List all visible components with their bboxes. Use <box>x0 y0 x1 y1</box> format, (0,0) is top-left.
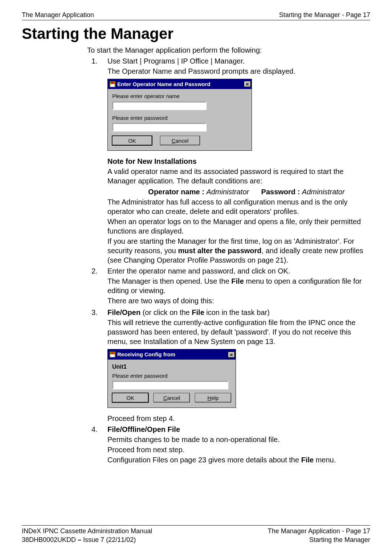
step-2-file-bold: File <box>231 277 244 285</box>
dialog2-help-label: Help <box>208 394 219 402</box>
svg-rect-4 <box>110 354 115 357</box>
step-4: 4. File/Offline/Open File Permits change… <box>91 425 370 465</box>
step-2-line3: There are two ways of doing this: <box>107 296 370 305</box>
enter-operator-dialog: Enter Operator Name and Password × Pleas… <box>107 79 252 151</box>
step-4-bold: File/Offline/Open File <box>107 425 370 434</box>
cancel-button[interactable]: Cancel <box>160 136 200 145</box>
step-1-num: 1. <box>91 56 107 66</box>
step-3-body: File/Open (or click on the File icon in … <box>107 308 370 347</box>
step4-line3a: Configuration Files on page 23 gives mor… <box>107 456 301 464</box>
step-2-line2: The Manager is then opened. Use the File… <box>107 276 370 295</box>
unit-label: Unit1 <box>112 363 231 371</box>
operator-name-input[interactable] <box>112 101 207 110</box>
step-3-p1: This will retrieve the currently-active … <box>107 318 370 346</box>
note-heading: Note for New Installations <box>107 157 367 166</box>
ok-button-label: OK <box>128 137 136 145</box>
step3-mid1: (or click on the <box>140 308 192 316</box>
intro-text: To start the Manager application perform… <box>87 45 367 55</box>
dialog2-cancel-label: Cancel <box>163 394 180 402</box>
step-1: 1. Use Start | Programs | IP Office | Ma… <box>91 56 370 77</box>
dialog1-opname-label: Please enter operator name <box>112 93 247 100</box>
step-4-line1: Permits changes to be made to a non-oper… <box>107 435 370 444</box>
note-p2: The Administrator has full access to all… <box>107 197 367 216</box>
note-p3: When an operator logs on to the Manager … <box>107 217 367 236</box>
receiving-config-dialog: Receiving Config from × Unit1 Please ent… <box>107 349 236 408</box>
dialog1-titlebar: Enter Operator Name and Password × <box>108 79 252 89</box>
step-4-body: File/Offline/Open File Permits changes t… <box>107 425 370 465</box>
step-2: 2. Enter the operator name and password,… <box>91 266 370 306</box>
note-p4: If you are starting the Manager for the … <box>107 236 367 265</box>
dialog2-pw-label: Please enter password <box>112 372 231 380</box>
dialog2-title: Receiving Config from <box>117 351 175 358</box>
dialog2-password-input[interactable] <box>112 381 228 389</box>
close-icon-2: × <box>230 352 233 357</box>
footer-l1: INDeX IPNC Cassette Administration Manua… <box>22 527 152 535</box>
step-4-line2: Proceed from next step. <box>107 445 370 454</box>
dialog1-pw-label: Please enter password <box>112 114 247 122</box>
dialog1-close-button[interactable]: × <box>244 81 251 87</box>
step4-line3-bold: File <box>301 456 314 464</box>
dialog1-body: Please enter operator name Please enter … <box>108 89 252 150</box>
footer-dash: – <box>78 536 81 543</box>
dialog2-cancel-button[interactable]: Cancel <box>154 393 190 402</box>
step-2-body: Enter the operator name and password, an… <box>107 266 370 306</box>
note-p1: A valid operator name and its associated… <box>107 167 367 186</box>
step3-bold2: File <box>192 308 204 316</box>
note-section: Note for New Installations A valid opera… <box>107 157 367 265</box>
footer-r2: Starting the Manager <box>309 536 370 544</box>
dialog2-button-row: OK Cancel Help <box>112 393 231 402</box>
step4-line3b: menu. <box>314 456 336 464</box>
dialog1-button-row: OK Cancel <box>112 136 247 145</box>
step-4-line3: Configuration Files on page 23 gives mor… <box>107 455 370 465</box>
step-3-head: File/Open (or click on the File icon in … <box>107 308 370 317</box>
footer-r1: The Manager Application - Page 17 <box>268 527 370 535</box>
step-4-num: 4. <box>91 425 107 434</box>
footer-rule <box>22 525 370 526</box>
dialog2-close-button[interactable]: × <box>228 352 235 358</box>
note-p4-bold: must alter the password <box>178 247 262 255</box>
header-left: The Manager Application <box>22 11 94 19</box>
page-title: Starting the Manager <box>22 24 370 44</box>
step-2-num: 2. <box>91 266 107 276</box>
header-right: Starting the Manager - Page 17 <box>279 11 370 19</box>
step-2-line1: Enter the operator name and password, an… <box>107 266 370 276</box>
dialog2-body: Unit1 Please enter password OK Cancel He… <box>108 360 236 408</box>
password-input[interactable] <box>112 123 207 131</box>
step-1-body: Use Start | Programs | IP Office | Manag… <box>107 56 370 77</box>
footer-l2: 38DHB0002UKDD – Issue 7 (22/11/02) <box>22 536 136 544</box>
step3-bold1: File/Open <box>107 308 140 316</box>
step3-mid2: icon in the task bar) <box>204 308 270 316</box>
dialog2-titlebar: Receiving Config from × <box>108 349 236 360</box>
app-icon-2 <box>109 351 116 358</box>
step-3: 3. File/Open (or click on the File icon … <box>91 308 370 347</box>
dialog2-ok-button[interactable]: OK <box>112 393 148 402</box>
dialog2-help-button[interactable]: Help <box>195 393 231 402</box>
pw-label: Password : <box>261 188 300 196</box>
header-rule <box>22 20 370 20</box>
close-icon: × <box>246 81 249 87</box>
dialog1-title: Enter Operator Name and Password <box>117 81 211 88</box>
step-1-line1: Use Start | Programs | IP Office | Manag… <box>107 56 370 66</box>
cancel-button-label: Cancel <box>172 137 189 145</box>
step-1-line2: The Operator Name and Password prompts a… <box>107 66 370 76</box>
page-footer: INDeX IPNC Cassette Administration Manua… <box>22 525 370 544</box>
proceed-line: Proceed from step 4. <box>107 414 367 423</box>
opname-label: Operator name : <box>148 188 204 196</box>
ok-button[interactable]: OK <box>112 136 152 145</box>
step-2-line2a: The Manager is then opened. Use the <box>107 277 231 285</box>
step-3-num: 3. <box>91 308 107 317</box>
credentials-line: Operator name : Administrator Password :… <box>126 187 367 197</box>
app-icon <box>109 81 116 88</box>
dialog2-ok-label: OK <box>126 394 134 402</box>
pw-val: Administrator <box>302 188 345 196</box>
svg-rect-1 <box>110 84 115 87</box>
page-header: The Manager Application Starting the Man… <box>22 11 370 19</box>
opname-val: Administrator <box>206 188 249 196</box>
